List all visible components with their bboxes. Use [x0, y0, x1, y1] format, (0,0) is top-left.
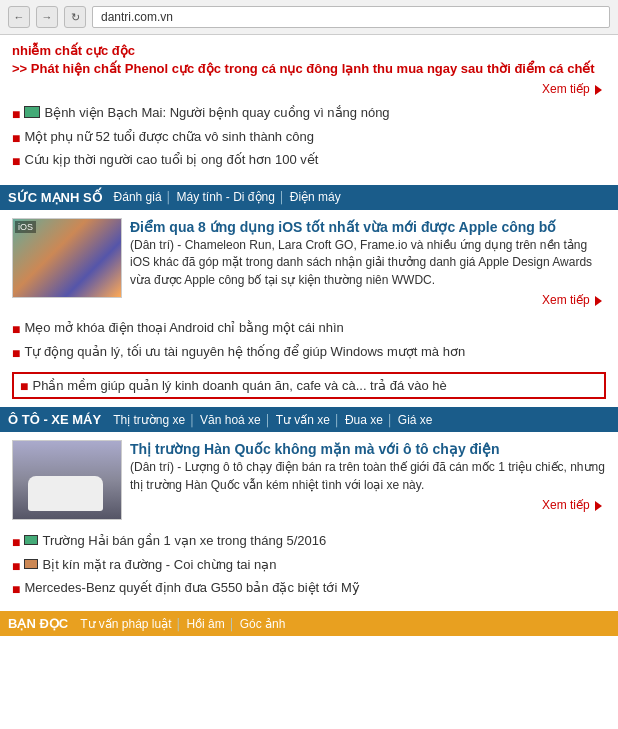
nav-dua-xe[interactable]: Đua xe — [341, 413, 387, 427]
nav-sep: │ — [334, 414, 341, 426]
list-item: ■ Bệnh viện Bạch Mai: Người bệnh quay cu… — [12, 104, 606, 125]
nav-goc-anh[interactable]: Góc ảnh — [236, 617, 290, 631]
bullet-link[interactable]: Trường Hải bán gần 1 vạn xe trong tháng … — [42, 532, 326, 550]
nav-sep: │ — [279, 191, 286, 203]
bullet-icon: ■ — [12, 129, 20, 149]
sms-article-content: Điểm qua 8 ứng dụng iOS tốt nhất vừa mới… — [130, 218, 606, 307]
ban-doc-header: BẠN ĐỌC Tư vấn pháp luật │ Hồi âm │ Góc … — [0, 611, 618, 636]
list-item: ■ Bịt kín mặt ra đường - Coi chừng tai n… — [12, 556, 606, 577]
oto-xem-tiep: Xem tiếp — [130, 498, 606, 512]
bullet-icon: ■ — [12, 105, 20, 125]
bullet-icon: ■ — [12, 152, 20, 172]
oto-article-title[interactable]: Thị trường Hàn Quốc không mặn mà với ô t… — [130, 441, 500, 457]
toxic-subtitle: nhiễm chất cực độc — [12, 43, 606, 58]
oto-title: Ô TÔ - XE MÁY — [8, 412, 109, 427]
bullet-link[interactable]: Mẹo mở khóa điện thoại Android chỉ bằng … — [24, 319, 343, 337]
sms-bullet-list: ■ Mẹo mở khóa điện thoại Android chỉ bằn… — [0, 315, 618, 370]
car-image-visual — [13, 441, 121, 519]
suc-manh-so-header: SỨC MẠNH SỐ Đánh giá │ Máy tính - Di độn… — [0, 185, 618, 210]
nav-van-hoa[interactable]: Văn hoá xe — [196, 413, 265, 427]
address-bar[interactable] — [92, 6, 610, 28]
oto-article-image — [12, 440, 122, 520]
ban-doc-title: BẠN ĐỌC — [8, 616, 76, 631]
xem-tiep-arrow-icon — [595, 296, 602, 306]
car-silhouette — [28, 476, 103, 511]
thumbnail-icon — [24, 535, 38, 545]
bullet-icon: ■ — [12, 557, 20, 577]
bullet-icon: ■ — [12, 320, 20, 340]
page-content: nhiễm chất cực độc >> Phát hiện chất Phe… — [0, 35, 618, 636]
list-item: ■ Cứu kịp thời người cao tuổi bị ong đốt… — [12, 151, 606, 172]
oto-header: Ô TÔ - XE MÁY Thị trường xe │ Văn hoá xe… — [0, 407, 618, 432]
oto-article-block: Thị trường Hàn Quốc không mặn mà với ô t… — [0, 432, 618, 528]
nav-sep: │ — [387, 414, 394, 426]
top-xem-tiep: Xem tiếp — [12, 82, 606, 96]
bullet-icon: ■ — [12, 344, 20, 364]
oto-article-desc: (Dân trí) - Lượng ô tô chạy điện bán ra … — [130, 459, 606, 494]
sms-article-title[interactable]: Điểm qua 8 ứng dụng iOS tốt nhất vừa mới… — [130, 219, 556, 235]
back-button[interactable]: ← — [8, 6, 30, 28]
sms-article-image: iOS — [12, 218, 122, 298]
nav-thi-truong[interactable]: Thị trường xe — [109, 413, 189, 427]
oto-article-content: Thị trường Hàn Quốc không mặn mà với ô t… — [130, 440, 606, 512]
bullet-link[interactable]: Tự động quản lý, tối ưu tài nguyên hệ th… — [24, 343, 465, 361]
sms-xem-tiep: Xem tiếp — [130, 293, 606, 307]
bullet-link[interactable]: Mercedes-Benz quyết định đưa G550 bản đặ… — [24, 579, 359, 597]
suc-manh-so-nav: Đánh giá │ Máy tính - Di động │ Điện máy — [110, 190, 345, 204]
list-item: ■ Tự động quản lý, tối ưu tài nguyên hệ … — [12, 343, 606, 364]
highlighted-link[interactable]: Phần mềm giúp quản lý kinh doanh quán ăn… — [32, 378, 446, 393]
bullet-icon: ■ — [12, 580, 20, 600]
top-bullet-list: ■ Bệnh viện Bạch Mai: Người bệnh quay cu… — [0, 100, 618, 179]
forward-button[interactable]: → — [36, 6, 58, 28]
list-item: ■ Mẹo mở khóa điện thoại Android chỉ bằn… — [12, 319, 606, 340]
nav-sep: │ — [189, 414, 196, 426]
nav-danh-gia[interactable]: Đánh giá — [110, 190, 166, 204]
nav-dien-may[interactable]: Điện máy — [286, 190, 345, 204]
nav-sep: │ — [265, 414, 272, 426]
nav-sep: │ — [229, 618, 236, 630]
nav-sep: │ — [166, 191, 173, 203]
nav-hoi-am[interactable]: Hồi âm — [182, 617, 228, 631]
xem-tiep-arrow-icon — [595, 501, 602, 511]
ban-doc-nav: Tư vấn pháp luật │ Hồi âm │ Góc ảnh — [76, 617, 289, 631]
bullet-icon: ■ — [12, 533, 20, 553]
nav-tu-van[interactable]: Tư vấn xe — [272, 413, 334, 427]
bullet-link[interactable]: Một phụ nữ 52 tuổi được chữa vô sinh thà… — [24, 128, 313, 146]
list-item: ■ Mercedes-Benz quyết định đưa G550 bản … — [12, 579, 606, 600]
nav-tu-van-pl[interactable]: Tư vấn pháp luật — [76, 617, 175, 631]
nav-gia-xe[interactable]: Giá xe — [394, 413, 437, 427]
toxic-link[interactable]: >> Phát hiện chất Phenol cực độc trong c… — [12, 61, 595, 76]
suc-manh-so-title: SỨC MẠNH SỐ — [8, 190, 110, 205]
oto-bullet-list: ■ Trường Hải bán gần 1 vạn xe trong thán… — [0, 528, 618, 607]
top-section: nhiễm chất cực độc >> Phát hiện chất Phe… — [0, 35, 618, 100]
bullet-link[interactable]: Bịt kín mặt ra đường - Coi chừng tai nạn — [42, 556, 276, 574]
sms-article-block: iOS Điểm qua 8 ứng dụng iOS tốt nhất vừa… — [0, 210, 618, 315]
bullet-icon: ■ — [20, 378, 28, 394]
list-item: ■ Một phụ nữ 52 tuổi được chữa vô sinh t… — [12, 128, 606, 149]
browser-chrome: ← → ↻ — [0, 0, 618, 35]
bullet-link[interactable]: Cứu kịp thời người cao tuổi bị ong đốt h… — [24, 151, 318, 169]
list-item: ■ Trường Hải bán gần 1 vạn xe trong thán… — [12, 532, 606, 553]
thumbnail-icon — [24, 559, 38, 569]
highlighted-item: ■ Phần mềm giúp quản lý kinh doanh quán … — [12, 372, 606, 399]
oto-nav: Thị trường xe │ Văn hoá xe │ Tư vấn xe │… — [109, 413, 436, 427]
thumbnail-icon — [24, 106, 40, 118]
page-wrapper: ← → ↻ nhiễm chất cực độc >> Phát hiện ch… — [0, 0, 618, 636]
image-label: iOS — [15, 221, 36, 233]
xem-tiep-arrow-icon — [595, 85, 602, 95]
sms-article-desc: (Dân trí) - Chameleon Run, Lara Croft GO… — [130, 237, 606, 289]
nav-sep: │ — [176, 618, 183, 630]
bullet-link[interactable]: Bệnh viện Bạch Mai: Người bệnh quay cuồn… — [44, 104, 389, 122]
refresh-button[interactable]: ↻ — [64, 6, 86, 28]
nav-may-tinh[interactable]: Máy tính - Di động — [172, 190, 278, 204]
